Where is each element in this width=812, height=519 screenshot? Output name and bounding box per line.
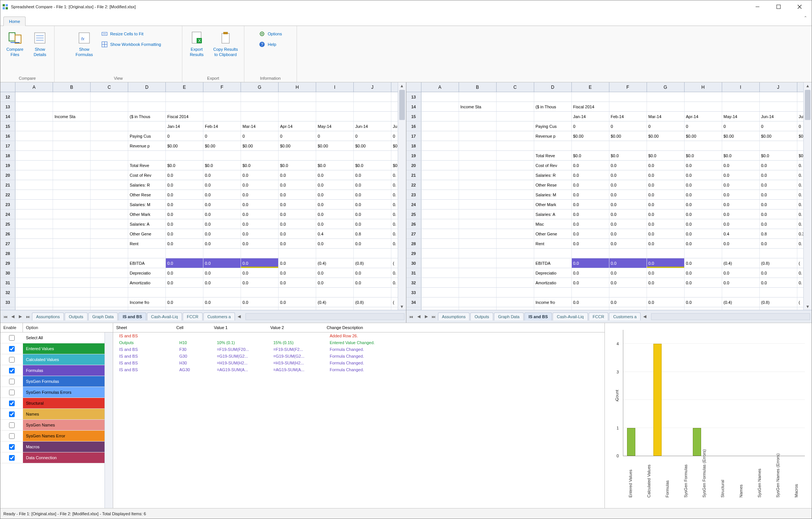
cell[interactable] <box>91 102 128 111</box>
row-header[interactable]: 30 <box>406 258 421 268</box>
cell[interactable]: Salaries: R <box>534 170 572 180</box>
row-header[interactable]: 18 <box>0 151 15 160</box>
cell[interactable] <box>91 258 128 268</box>
cell[interactable]: $0.0 <box>316 161 354 170</box>
cell[interactable]: May-14 <box>722 112 760 121</box>
sheet-nav-button[interactable]: ⏭ <box>24 313 31 320</box>
cell[interactable]: 0.0 <box>203 239 241 248</box>
grid-row[interactable]: 13 <box>406 92 812 102</box>
cell[interactable]: 0.0 <box>203 170 241 180</box>
option-row[interactable]: Macros <box>0 442 105 452</box>
cell[interactable] <box>647 102 685 111</box>
cell[interactable]: 0.0 <box>166 190 203 199</box>
cell[interactable] <box>534 249 572 258</box>
cell[interactable] <box>91 288 128 297</box>
cell[interactable] <box>647 141 685 150</box>
cell[interactable]: 0.0 <box>685 200 722 209</box>
grid-row[interactable]: 24Other Mark0.00.00.00.00.00.00. <box>406 200 812 209</box>
cell[interactable]: 0.0 <box>316 219 354 229</box>
cell[interactable]: 0.0 <box>722 190 760 199</box>
cell[interactable]: 0.0 <box>572 278 609 287</box>
row-header[interactable]: 32 <box>0 288 15 297</box>
cell[interactable]: 0.0 <box>685 229 722 238</box>
row-header[interactable]: 20 <box>0 170 15 180</box>
cell[interactable] <box>609 249 647 258</box>
cell[interactable]: 0.0 <box>647 268 685 278</box>
options-scrollbar[interactable] <box>105 332 113 508</box>
cell[interactable] <box>241 112 279 121</box>
sheet-tab[interactable]: Graph Data <box>494 313 524 320</box>
row-header[interactable]: 15 <box>0 121 15 131</box>
cell[interactable] <box>760 92 797 102</box>
row-header[interactable]: 34 <box>0 307 15 310</box>
cell[interactable]: 0.0 <box>647 170 685 180</box>
grid-row[interactable]: 22Other Rese0.00.00.00.00.00.00. <box>0 190 406 200</box>
row-header[interactable]: 22 <box>0 190 15 199</box>
option-row[interactable]: Data Connection <box>0 452 105 463</box>
cell[interactable] <box>15 112 53 121</box>
cell[interactable]: ($ in Thous <box>128 112 166 121</box>
cell[interactable] <box>203 151 241 160</box>
column-header[interactable]: C <box>91 82 128 92</box>
cell[interactable]: Cost of Rev <box>128 170 166 180</box>
cell[interactable] <box>459 200 497 209</box>
sheet-tab[interactable]: Assumptions <box>438 313 470 320</box>
cell[interactable] <box>722 288 760 297</box>
cell[interactable] <box>421 307 459 310</box>
cell[interactable] <box>128 151 166 160</box>
cell[interactable] <box>53 229 91 238</box>
row-header[interactable]: 29 <box>406 249 421 258</box>
cell[interactable]: 0.0 <box>279 239 316 248</box>
cell[interactable]: 0.0 <box>647 239 685 248</box>
cell[interactable] <box>685 102 722 111</box>
cell[interactable] <box>279 249 316 258</box>
option-checkbox[interactable] <box>9 455 15 461</box>
cell[interactable]: 0.0 <box>203 200 241 209</box>
vertical-scrollbar[interactable]: ▲▼ <box>398 82 406 310</box>
cell[interactable]: 0.0 <box>685 239 722 248</box>
cell[interactable] <box>91 229 128 238</box>
cell[interactable]: 0.0 <box>609 170 647 180</box>
cell[interactable]: 0.0 <box>609 278 647 287</box>
cell[interactable] <box>53 219 91 229</box>
cell[interactable]: 0.0 <box>241 209 279 219</box>
grid-row[interactable]: 33 <box>406 288 812 297</box>
sheet-nav-button[interactable]: ⏭ <box>430 313 437 320</box>
column-header[interactable]: J <box>354 82 391 92</box>
cell[interactable]: Income Sta <box>53 112 91 121</box>
cell[interactable] <box>497 190 534 199</box>
cell[interactable] <box>421 102 459 111</box>
cell[interactable]: 0.0 <box>609 307 647 310</box>
option-checkbox[interactable] <box>9 346 15 352</box>
column-header[interactable]: C <box>497 82 534 92</box>
cell[interactable]: ($ in Thous <box>534 102 572 111</box>
cell[interactable]: 0.0 <box>354 170 391 180</box>
cell[interactable] <box>91 200 128 209</box>
cell[interactable] <box>459 190 497 199</box>
cell[interactable]: 0.0 <box>572 297 609 307</box>
row-header[interactable]: 17 <box>0 141 15 150</box>
cell[interactable] <box>421 92 459 102</box>
row-header[interactable]: 31 <box>0 278 15 287</box>
grid-row[interactable]: 29EBITDA0.00.00.00.0(0.4)(0.8)( <box>0 258 406 268</box>
cell[interactable] <box>241 92 279 102</box>
cell[interactable] <box>91 190 128 199</box>
cell[interactable]: 0.0 <box>166 297 203 307</box>
cell[interactable] <box>685 141 722 150</box>
grid-row[interactable]: 18 <box>0 151 406 161</box>
cell[interactable]: 0.0 <box>166 219 203 229</box>
sheet-nav-button[interactable]: ▶ <box>17 313 24 320</box>
row-header[interactable]: 29 <box>0 258 15 268</box>
sheet-tab[interactable]: Outputs <box>470 313 493 320</box>
cell[interactable]: 0.0 <box>722 268 760 278</box>
cell[interactable]: $0.00 <box>354 141 391 150</box>
cell[interactable]: 0.0 <box>241 170 279 180</box>
compare-files-button[interactable]: Compare Files <box>4 28 26 59</box>
horizontal-scrollbar[interactable] <box>651 313 810 320</box>
row-header[interactable]: 33 <box>406 288 421 297</box>
cell[interactable]: 0.0 <box>279 307 316 310</box>
cell[interactable]: 0.0 <box>572 219 609 229</box>
cell[interactable] <box>15 268 53 278</box>
grid-row[interactable]: 16Paying Cus0000000 <box>406 121 812 131</box>
cell[interactable]: $0.00 <box>760 131 797 141</box>
